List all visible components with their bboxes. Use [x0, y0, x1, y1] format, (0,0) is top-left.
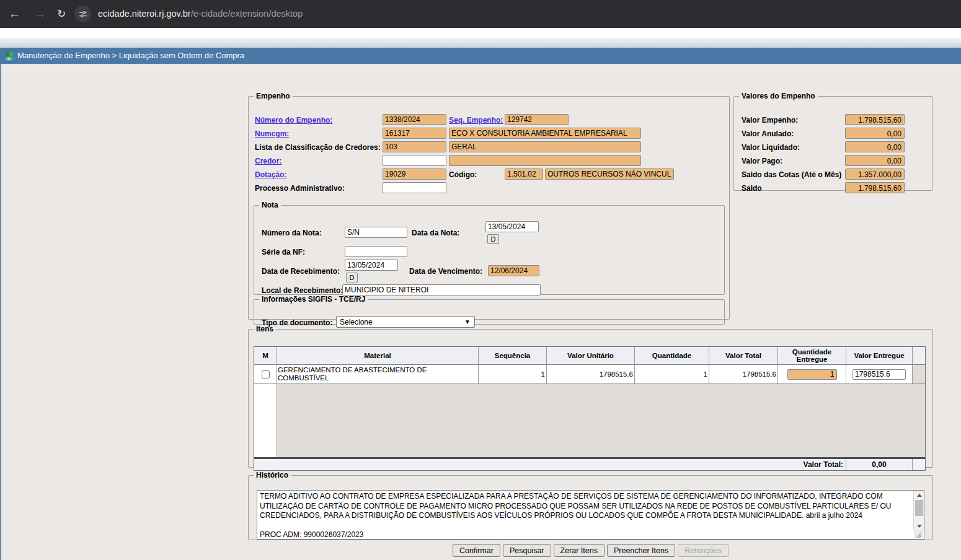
top-gradient-strip — [0, 38, 961, 48]
dotacao-input[interactable] — [383, 168, 446, 180]
processo-input[interactable] — [383, 182, 446, 193]
credor-nome-input[interactable] — [449, 155, 641, 166]
lista-credores-input[interactable] — [383, 141, 446, 152]
site-settings-chip[interactable] — [74, 6, 91, 22]
page-title: Manutenção de Empenho > Liquidação sem O… — [17, 48, 244, 64]
row-checkbox[interactable] — [262, 370, 270, 378]
screen: ← → ↻ ecidade.niteroi.rj.gov.br/e-cidade… — [0, 0, 961, 560]
quantidade-entregue-input[interactable] — [787, 369, 837, 380]
browser-toolbar: ← → ↻ ecidade.niteroi.rj.gov.br/e-cidade… — [0, 0, 961, 28]
local-recebimento-input[interactable] — [342, 284, 541, 295]
numero-nota-label: Número da Nota: — [262, 229, 322, 237]
tune-icon — [79, 10, 87, 19]
ecidade-logo-icon — [4, 51, 15, 61]
codigo-input[interactable] — [505, 168, 543, 180]
top-white-strip — [0, 28, 961, 38]
data-nota-calendar-button[interactable]: D — [487, 234, 499, 244]
codigo-nome-input[interactable] — [545, 168, 674, 180]
row-scroll-spacer — [913, 365, 925, 384]
url-path: /e-cidade/extension/desktop — [191, 9, 303, 19]
retencoes-button: Retenções — [678, 544, 728, 557]
itens-header-row: M Material Sequência Valor Unitário Quan… — [254, 347, 925, 365]
valor-pago-value[interactable] — [845, 155, 905, 166]
back-icon[interactable]: ← — [9, 0, 20, 28]
valor-anulado-value[interactable] — [845, 128, 905, 139]
valor-entregue-input[interactable] — [852, 369, 906, 380]
sigfis-fieldset: Informações SIGFIS - TCE/RJ Tipo de docu… — [254, 295, 725, 325]
historico-text: TERMO ADITIVO AO CONTRATO DE EMPRESA ESP… — [260, 492, 912, 538]
valor-pago-label: Valor Pago: — [742, 157, 782, 165]
numcgm-nome-input[interactable] — [449, 128, 641, 139]
forward-icon[interactable]: → — [34, 0, 46, 28]
processo-label: Processo Administrativo: — [255, 184, 345, 193]
data-nota-input[interactable] — [485, 221, 539, 232]
scrollbar-thumb[interactable] — [915, 500, 923, 516]
header-sequencia: Sequência — [479, 347, 547, 365]
left-edge-border — [0, 64, 1, 560]
credor-input[interactable] — [383, 155, 446, 166]
itens-data-row: GERENCIAMENTO DE ABASTECIMENTO DE COMBUS… — [254, 365, 925, 384]
header-valor-unitario: Valor Unitário — [547, 347, 635, 365]
numcgm-input[interactable] — [383, 128, 446, 139]
preencher-itens-button[interactable]: Preencher Itens — [607, 544, 675, 557]
confirmar-button[interactable]: Confirmar — [453, 544, 500, 557]
valores-fieldset: Valores do Empenho Valor Empenho: Valor … — [733, 92, 932, 191]
credor-link[interactable]: Credor: — [255, 157, 281, 165]
local-recebimento-label: Local de Recebimento: — [262, 286, 343, 295]
data-nota-label: Data da Nota: — [412, 229, 459, 237]
data-vencimento-input[interactable] — [488, 265, 539, 276]
zerar-itens-button[interactable]: Zerar Itens — [554, 544, 604, 557]
historico-scrollbar[interactable] — [913, 491, 924, 530]
numero-nota-input[interactable] — [345, 227, 407, 238]
historico-legend: Histórico — [254, 471, 291, 479]
pesquisar-button[interactable]: Pesquisar — [503, 544, 551, 557]
row-sequencia: 1 — [479, 365, 547, 384]
seq-empenho-link[interactable]: Seq. Empenho: — [449, 116, 503, 125]
frozen-column-background — [254, 384, 277, 457]
numcgm-link[interactable]: Numcgm: — [255, 129, 289, 138]
lista-credores-label: Lista de Classificação de Credores: — [255, 143, 381, 152]
itens-fieldset: Itens M Material Sequência Valor Unitári… — [248, 325, 933, 468]
empenho-legend: Empenho — [254, 92, 293, 100]
historico-fieldset: Histórico TERMO ADITIVO AO CONTRATO DE E… — [248, 471, 933, 540]
header-quantidade: Quantidade — [635, 347, 709, 365]
header-valor-entregue: Valor Entregue — [846, 347, 913, 365]
dotacao-link[interactable]: Dotação: — [255, 170, 286, 179]
scroll-down-icon[interactable] — [914, 522, 924, 530]
numero-empenho-input[interactable] — [383, 114, 446, 125]
page-body: Empenho Número do Empenho: Seq. Empenho:… — [0, 64, 961, 560]
header-quantidade-entregue: Quantidade Entregue — [778, 347, 846, 365]
numero-empenho-link[interactable]: Número do Empenho: — [255, 116, 332, 125]
row-valor-unitario: 1798515.6 — [547, 365, 635, 384]
empenho-fieldset: Empenho Número do Empenho: Seq. Empenho:… — [248, 92, 730, 320]
lista-credores-nome-input[interactable] — [449, 141, 641, 152]
codigo-label: Código: — [449, 170, 477, 179]
serie-nf-input[interactable] — [345, 246, 407, 257]
saldo-value[interactable] — [845, 182, 905, 193]
data-recebimento-input[interactable] — [345, 260, 398, 271]
footer-valor-total-value: 0,00 — [846, 459, 913, 470]
row-valor-total: 1798515.6 — [709, 365, 778, 384]
url-domain: ecidade.niteroi.rj.gov.br — [98, 9, 191, 19]
historico-textarea[interactable]: TERMO ADITIVO AO CONTRATO DE EMPRESA ESP… — [257, 490, 924, 540]
seq-empenho-input[interactable] — [505, 114, 569, 125]
data-vencimento-label: Data de Vencimento: — [409, 267, 482, 276]
nota-fieldset: Nota Número da Nota: Data da Nota: D Sér… — [254, 201, 725, 295]
form-actions: Confirmar Pesquisar Zerar Itens Preenche… — [248, 544, 933, 557]
scroll-up-icon[interactable] — [914, 491, 924, 499]
header-material: Material — [277, 347, 479, 365]
valor-empenho-label: Valor Empenho: — [742, 116, 798, 125]
app-title-bar: Manutenção de Empenho > Liquidação sem O… — [0, 48, 961, 64]
resize-grip-icon[interactable] — [914, 530, 923, 538]
reload-icon[interactable]: ↻ — [57, 0, 66, 28]
valor-empenho-value[interactable] — [845, 114, 905, 125]
sigfis-legend: Informações SIGFIS - TCE/RJ — [259, 295, 368, 304]
nota-legend: Nota — [259, 201, 281, 209]
valor-liquidado-value[interactable] — [845, 141, 905, 152]
data-recebimento-calendar-button[interactable]: D — [346, 273, 358, 282]
saldo-cotas-value[interactable] — [845, 168, 905, 180]
header-m: M — [254, 347, 277, 365]
footer-valor-total-label: Valor Total: — [254, 459, 846, 470]
address-bar[interactable]: ecidade.niteroi.rj.gov.br/e-cidade/exten… — [98, 0, 303, 28]
valor-liquidado-label: Valor Liquidado: — [742, 143, 800, 152]
